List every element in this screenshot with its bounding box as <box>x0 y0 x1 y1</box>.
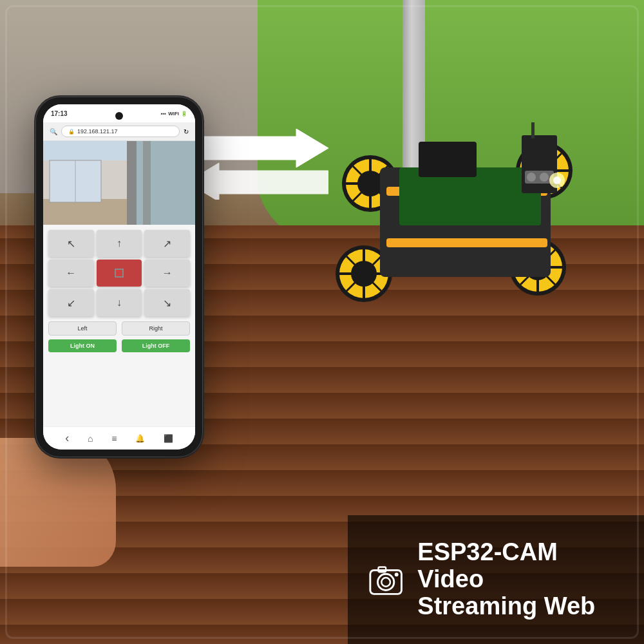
phone-nav-bar: ‹ ⌂ ≡ 🔔 ⬛ <box>43 426 195 450</box>
wifi-icon: WiFi <box>168 111 179 117</box>
svg-rect-49 <box>143 141 151 225</box>
dpad-grid: ↖ ↑ ↗ ← → ↙ ↓ ↘ <box>48 230 190 316</box>
svg-point-54 <box>395 573 399 576</box>
light-on-button[interactable]: Light ON <box>48 339 117 352</box>
dpad-left[interactable]: ← <box>48 260 94 287</box>
product-overlay: ESP32-CAM Video Streaming Web <box>348 515 644 644</box>
phone-camera <box>115 112 123 120</box>
dpad-up-left[interactable]: ↖ <box>48 230 94 257</box>
address-bar[interactable]: 🔍 🔒 192.168.121.17 ↻ <box>43 122 195 141</box>
light-row: Light ON Light OFF <box>48 339 190 352</box>
overlay-title-line1: ESP32-CAM Video <box>417 539 625 593</box>
svg-point-51 <box>378 574 394 590</box>
svg-point-36 <box>527 173 536 182</box>
camera-feed <box>43 141 195 225</box>
svg-rect-34 <box>531 122 535 138</box>
search-icon: 🔍 <box>50 128 57 135</box>
control-panel: ↖ ↑ ↗ ← → ↙ ↓ ↘ Left Righ <box>43 225 195 357</box>
svg-marker-40 <box>187 129 328 167</box>
camera-image <box>43 141 195 225</box>
svg-rect-30 <box>386 238 547 247</box>
home-button[interactable]: ⌂ <box>88 433 93 444</box>
battery-icon: 🔋 <box>181 111 187 117</box>
dpad-down-left[interactable]: ↙ <box>48 289 94 316</box>
svg-point-52 <box>381 578 390 587</box>
dpad-right[interactable]: → <box>144 260 190 287</box>
phone-screen: 17:13 ▪▪▪ WiFi 🔋 🔍 🔒 192.168.121.17 ↻ <box>43 104 195 450</box>
overlay-title-line2: Streaming Web <box>417 593 625 620</box>
dpad-down-right[interactable]: ↘ <box>144 289 190 316</box>
svg-rect-32 <box>419 142 477 177</box>
dpad-up[interactable]: ↑ <box>97 230 142 257</box>
notification-button[interactable]: 🔔 <box>135 434 145 443</box>
dpad-up-right[interactable]: ↗ <box>144 230 190 257</box>
cam-rotate-row: Left Right <box>48 321 190 336</box>
svg-marker-41 <box>187 163 328 200</box>
overlay-text: ESP32-CAM Video Streaming Web <box>417 539 625 620</box>
hand <box>0 438 116 567</box>
phone: 17:13 ▪▪▪ WiFi 🔋 🔍 🔒 192.168.121.17 ↻ <box>35 97 203 457</box>
status-time: 17:13 <box>51 110 68 117</box>
svg-rect-47 <box>133 141 195 225</box>
back-button[interactable]: ‹ <box>65 431 69 445</box>
secure-icon: 🔒 <box>68 129 75 135</box>
light-off-button[interactable]: Light OFF <box>122 339 190 352</box>
communication-arrows <box>187 129 316 193</box>
camera-icon-large <box>367 560 404 599</box>
url-text: 192.168.121.17 <box>77 128 118 135</box>
svg-point-37 <box>540 173 549 182</box>
refresh-icon[interactable]: ↻ <box>184 128 189 135</box>
status-icons: ▪▪▪ WiFi 🔋 <box>161 111 187 117</box>
svg-point-39 <box>553 176 561 184</box>
robot-car <box>335 103 605 341</box>
address-input[interactable]: 🔒 192.168.121.17 <box>61 126 180 137</box>
svg-rect-48 <box>127 141 137 225</box>
phone-body: 17:13 ▪▪▪ WiFi 🔋 🔍 🔒 192.168.121.17 ↻ <box>35 97 203 457</box>
dpad-down[interactable]: ↓ <box>97 289 142 316</box>
menu-button[interactable]: ≡ <box>111 433 117 444</box>
cam-rotate-left-button[interactable]: Left <box>48 321 117 336</box>
cam-rotate-right-button[interactable]: Right <box>122 321 190 336</box>
dpad-stop[interactable] <box>97 260 142 287</box>
signal-icon: ▪▪▪ <box>161 111 167 117</box>
recent-apps-button[interactable]: ⬛ <box>164 434 173 443</box>
